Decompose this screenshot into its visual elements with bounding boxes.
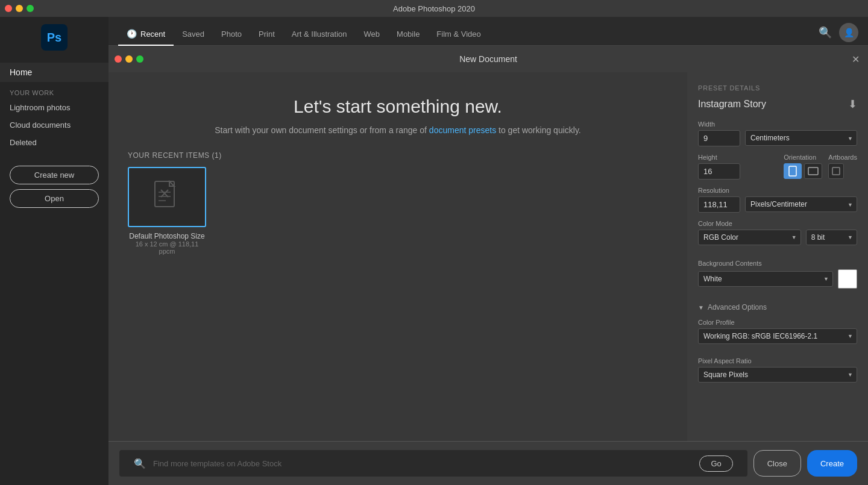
modal-close-light[interactable] xyxy=(115,55,122,63)
advanced-options-label: Advanced Options xyxy=(708,303,767,311)
sidebar: Ps Home YOUR WoRK Lightroom photos Cloud… xyxy=(0,17,108,485)
chevron-down-icon: ▼ xyxy=(698,304,704,311)
app-title: Adobe Photoshop 2020 xyxy=(393,4,475,13)
minimize-button[interactable] xyxy=(16,5,23,12)
orientation-label: Orientation xyxy=(784,154,822,161)
tab-mobile[interactable]: Mobile xyxy=(388,23,428,46)
hero-title: Let's start something new. xyxy=(128,96,668,117)
top-right-icons: 🔍 👤 xyxy=(819,23,858,42)
height-label: Height xyxy=(698,154,778,161)
sidebar-item-deleted[interactable]: Deleted xyxy=(0,134,108,151)
tab-saved[interactable]: Saved xyxy=(174,23,213,46)
tab-print[interactable]: Print xyxy=(250,23,283,46)
recent-item[interactable]: Default Photoshop Size 16 x 12 cm @ 118,… xyxy=(128,167,206,255)
color-mode-select[interactable]: RGB Color CMYK Color Grayscale xyxy=(698,230,801,245)
modal-left-panel: Let's start something new. Start with yo… xyxy=(108,72,687,441)
sidebar-item-lightroom[interactable]: Lightroom photos xyxy=(0,99,108,116)
document-presets-link[interactable]: document presets xyxy=(429,125,496,135)
recent-item-sub: 16 x 12 cm @ 118,11 ppcm xyxy=(128,240,206,255)
checkbox-icon xyxy=(832,167,840,175)
modal-traffic-lights xyxy=(115,55,143,63)
width-label: Width xyxy=(698,120,857,128)
search-icon-top[interactable]: 🔍 xyxy=(819,26,832,39)
ps-logo: Ps xyxy=(41,24,68,51)
landscape-button[interactable] xyxy=(804,163,822,179)
color-profile-wrapper: Working RGB: sRGB IEC61966-2.1 sRGB IEC6… xyxy=(698,328,857,344)
close-button[interactable] xyxy=(5,5,12,12)
fullscreen-button[interactable] xyxy=(27,5,34,12)
close-button[interactable]: Close xyxy=(753,450,801,477)
bit-depth-select[interactable]: 8 bit 16 bit 32 bit xyxy=(806,230,857,245)
color-mode-field: Color Mode RGB Color CMYK Color Grayscal… xyxy=(698,220,857,252)
go-button[interactable]: Go xyxy=(699,455,732,472)
svg-rect-8 xyxy=(832,167,840,175)
modal-header: New Document ✕ xyxy=(108,46,868,72)
width-unit-select[interactable]: Centimeters Pixels Inches Millimeters xyxy=(745,130,857,146)
portrait-icon xyxy=(788,166,797,177)
recent-item-thumbnail[interactable] xyxy=(128,167,206,227)
svg-rect-7 xyxy=(808,167,818,175)
recent-item-name: Default Photoshop Size xyxy=(129,232,204,240)
preset-name-input[interactable] xyxy=(698,99,848,110)
tab-photo[interactable]: Photo xyxy=(213,23,250,46)
background-color-swatch[interactable] xyxy=(838,269,857,289)
bit-depth-wrapper: 8 bit 16 bit 32 bit xyxy=(806,230,857,245)
new-document-modal: New Document ✕ Let's start something new… xyxy=(108,46,868,485)
modal-max-light[interactable] xyxy=(136,55,143,63)
sidebar-item-home[interactable]: Home xyxy=(0,63,108,82)
background-label: Background Contents xyxy=(698,260,857,267)
save-preset-icon[interactable]: ⬇ xyxy=(848,98,857,111)
preset-details-panel: PRESET DETAILS ⬇ Width xyxy=(687,72,868,441)
color-profile-field: Color Profile Working RGB: sRGB IEC61966… xyxy=(698,319,857,344)
pixel-ratio-select[interactable]: Square Pixels D1/DV NTSC (0.91) D1/DV PA… xyxy=(698,367,857,383)
open-button[interactable]: Open xyxy=(10,189,99,208)
create-new-button[interactable]: Create new xyxy=(10,166,99,184)
pixel-ratio-label: Pixel Aspect Ratio xyxy=(698,357,857,365)
recent-items-label: YOUR RECENT ITEMS (1) xyxy=(128,151,668,160)
modal-close-button[interactable]: ✕ xyxy=(852,54,860,65)
create-document-button[interactable]: Create xyxy=(807,450,857,477)
width-unit-select-wrapper: Centimeters Pixels Inches Millimeters xyxy=(745,130,857,146)
preset-name-row: ⬇ xyxy=(698,98,857,111)
user-avatar[interactable]: 👤 xyxy=(839,23,858,42)
clock-icon: 🕐 xyxy=(127,29,137,39)
recent-items-grid: Default Photoshop Size 16 x 12 cm @ 118,… xyxy=(128,167,668,255)
width-input[interactable] xyxy=(698,130,740,146)
preset-details-label: PRESET DETAILS xyxy=(698,84,857,92)
color-mode-label: Color Mode xyxy=(698,220,857,227)
modal-body: Let's start something new. Start with yo… xyxy=(108,72,868,441)
hero-subtitle: Start with your own document settings or… xyxy=(128,124,668,137)
tab-web[interactable]: Web xyxy=(356,23,389,46)
background-select-wrapper: White Black Transparent Background Color… xyxy=(698,271,833,287)
resolution-unit-select[interactable]: Pixels/Centimeter Pixels/Inch xyxy=(745,196,857,212)
tab-art[interactable]: Art & Illustration xyxy=(283,23,356,46)
tab-recent[interactable]: 🕐 Recent xyxy=(118,23,174,46)
resolution-input[interactable] xyxy=(698,196,740,213)
tab-bar: 🕐 Recent Saved Photo Print Art & Illustr… xyxy=(108,17,868,46)
sidebar-action-buttons: Create new Open xyxy=(0,156,108,217)
modal-title: New Document xyxy=(459,54,517,64)
advanced-options-toggle[interactable]: ▼ Advanced Options xyxy=(698,303,857,311)
background-select[interactable]: White Black Transparent Background Color… xyxy=(698,271,833,287)
advanced-options-section: Color Profile Working RGB: sRGB IEC61966… xyxy=(698,319,857,390)
height-input[interactable] xyxy=(698,163,740,180)
height-field: Height xyxy=(698,154,778,180)
color-profile-label: Color Profile xyxy=(698,319,857,326)
modal-min-light[interactable] xyxy=(125,55,133,63)
sidebar-section-label: YOUR WoRK xyxy=(0,82,108,99)
tab-film[interactable]: Film & Video xyxy=(428,23,489,46)
artboards-checkbox[interactable] xyxy=(828,163,844,179)
sidebar-item-cloud[interactable]: Cloud documents xyxy=(0,116,108,134)
resolution-label: Resolution xyxy=(698,187,857,194)
landscape-icon xyxy=(808,167,819,175)
ps-logo-text: Ps xyxy=(47,31,61,45)
resolution-field: Resolution Pixels/Centimeter Pixels/Inch xyxy=(698,187,857,213)
portrait-button[interactable] xyxy=(784,163,802,179)
resolution-unit-wrapper: Pixels/Centimeter Pixels/Inch xyxy=(745,196,857,213)
stock-search-input[interactable] xyxy=(153,459,692,468)
color-profile-select[interactable]: Working RGB: sRGB IEC61966-2.1 sRGB IEC6… xyxy=(698,328,857,344)
search-icon: 🔍 xyxy=(134,458,146,469)
color-mode-wrapper: RGB Color CMYK Color Grayscale xyxy=(698,230,801,245)
height-orientation-row: Height Orientation xyxy=(698,154,857,180)
document-icon xyxy=(153,180,181,214)
